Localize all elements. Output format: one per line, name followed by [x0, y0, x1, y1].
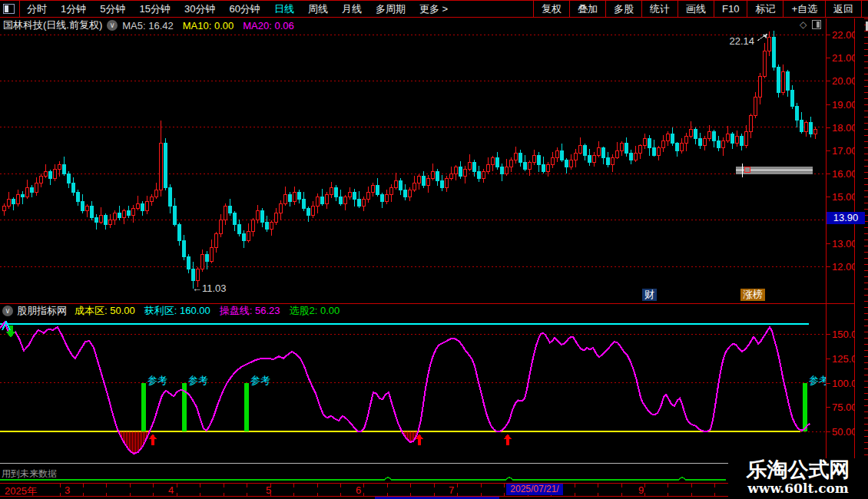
- watermark-site-name: 乐淘公式网: [728, 458, 868, 481]
- axis-tick: [827, 407, 830, 408]
- axis-tick: [827, 334, 830, 335]
- period-tab-5[interactable]: 30分钟: [177, 1, 222, 17]
- period-tab-4[interactable]: 15分钟: [132, 1, 177, 17]
- date-axis-label: 5: [266, 484, 271, 496]
- indicator-axis-label: 150.0: [832, 329, 857, 340]
- cost-zone-value: 成本区: 50.00: [75, 304, 135, 318]
- period-tab-11[interactable]: 更多 >: [412, 1, 455, 17]
- svg-text:←11.03: ←11.03: [192, 283, 227, 294]
- axis-tick: [827, 58, 830, 58]
- price-axis: 22.0021.0020.0019.0018.0017.0016.0015.00…: [826, 18, 855, 303]
- select2-value: 选股2: 0.00: [290, 304, 340, 318]
- top-toolbar: 分时1分钟5分钟15分钟30分钟60分钟日线周线月线多周期更多 > 复权叠加多股…: [0, 0, 868, 18]
- price-axis-label: 17.00: [832, 145, 857, 157]
- indicator-axis-label: 125.0: [832, 352, 857, 364]
- selected-date-badge: 2025/07/21/一: [506, 484, 563, 495]
- stock-info-row: 国林科技(日线.前复权) ∨ MA5: 16.42 MA10: 0.00 MA2…: [0, 19, 294, 31]
- date-axis-label: 4: [168, 484, 174, 496]
- tool-button-4[interactable]: 统计: [641, 1, 678, 17]
- opline-value: 操盘线: 56.23: [220, 304, 280, 318]
- watermark: 乐淘公式网 www.60lt.com: [728, 458, 868, 499]
- ma20-value: MA20: 0.06: [243, 20, 294, 31]
- date-axis-label: 7: [449, 484, 454, 496]
- svg-text:参考: 参考: [250, 375, 270, 386]
- price-badge: 13.90: [827, 212, 865, 224]
- axis-tick: [827, 81, 830, 81]
- price-axis-label: 15.00: [832, 191, 857, 203]
- tool-button-5[interactable]: 画线: [678, 1, 714, 17]
- candlestick-chart[interactable]: 22.14←11.03: [0, 18, 826, 303]
- period-tab-9[interactable]: 月线: [335, 1, 369, 17]
- tools-toolbar: 复权叠加多股统计画线F10标记+自选返回: [533, 1, 862, 17]
- window-split-icon[interactable]: [3, 4, 15, 14]
- tool-button-2[interactable]: 叠加: [569, 1, 605, 17]
- axis-tick: [827, 35, 830, 35]
- chevron-down-icon[interactable]: ∨: [107, 20, 118, 31]
- tool-button-6[interactable]: F10: [714, 1, 747, 17]
- period-tab-8[interactable]: 周线: [301, 1, 335, 17]
- period-toolbar: 分时1分钟5分钟15分钟30分钟60分钟日线周线月线多周期更多 >: [0, 1, 455, 17]
- stock-title[interactable]: 国林科技(日线.前复权): [3, 18, 102, 32]
- tool-button-3[interactable]: 多股: [605, 1, 641, 17]
- ruler-ticks: [864, 18, 868, 483]
- svg-text:参考: 参考: [147, 375, 167, 386]
- axis-tick: [827, 243, 830, 244]
- indicator-header: ∨ 股朋指标网 成本区: 50.00 获利区: 160.00 操盘线: 56.2…: [0, 304, 340, 317]
- axis-tick: [827, 266, 830, 267]
- period-tab-6[interactable]: 60分钟: [222, 1, 267, 17]
- trading-app-window: 分时1分钟5分钟15分钟30分钟60分钟日线周线月线多周期更多 > 复权叠加多股…: [0, 0, 868, 499]
- pane-layout-icon[interactable]: [812, 20, 821, 29]
- axis-tick: [827, 431, 830, 432]
- price-axis-label: 12.00: [832, 261, 857, 273]
- date-axis-label: 2025年: [5, 484, 37, 498]
- axis-tick: [827, 359, 830, 359]
- profit-zone-value: 获利区: 160.00: [144, 304, 210, 318]
- period-tab-2[interactable]: 1分钟: [54, 1, 93, 17]
- finance-badge[interactable]: 财: [642, 289, 657, 301]
- right-ruler-strip[interactable]: [855, 18, 868, 483]
- chevron-down-icon[interactable]: ∨: [2, 306, 13, 316]
- tool-button-7[interactable]: 标记: [747, 1, 783, 17]
- future-data-note: 用到未来数据: [2, 468, 57, 481]
- date-axis-label: 9: [638, 484, 644, 496]
- axis-tick: [827, 104, 830, 105]
- ma10-value: MA10: 0.00: [183, 20, 234, 31]
- price-axis-label: 20.00: [832, 75, 857, 87]
- price-axis-label: 16.00: [832, 168, 857, 180]
- axis-tick: [827, 127, 830, 128]
- period-tab-10[interactable]: 多周期: [369, 1, 412, 17]
- tool-button-8[interactable]: +自选: [783, 1, 825, 17]
- indicator-name[interactable]: 股朋指标网: [17, 304, 67, 318]
- price-axis-label: 19.00: [832, 98, 857, 110]
- ma5-value: MA5: 16.42: [122, 20, 174, 31]
- tool-button-1[interactable]: 复权: [533, 1, 569, 17]
- price-axis-label: 21.00: [832, 52, 857, 64]
- diamond-icon[interactable]: ◇: [800, 20, 807, 29]
- price-axis-label: 18.00: [832, 121, 857, 133]
- watermark-url: www.60lt.com: [728, 481, 868, 496]
- axis-tick: [827, 150, 830, 151]
- select2-chart[interactable]: [0, 464, 826, 483]
- svg-text:参考: 参考: [809, 375, 826, 386]
- date-axis-label: 6: [356, 484, 361, 496]
- axis-tick: [827, 173, 830, 174]
- tool-button-9[interactable]: 返回: [825, 1, 862, 17]
- axis-tick: [827, 197, 830, 197]
- price-axis-label: 22.00: [832, 29, 857, 41]
- indicator-axis-label: 100.0: [832, 377, 857, 388]
- price-axis-label: 13.00: [832, 237, 857, 249]
- period-tab-7[interactable]: 日线: [267, 1, 301, 17]
- indicator-axis-label: 75.00: [832, 402, 857, 413]
- period-tab-1[interactable]: 分时: [20, 1, 54, 17]
- svg-text:参考: 参考: [188, 375, 208, 386]
- axis-tick: [827, 383, 830, 384]
- indicator-axis-label: 50.00: [832, 426, 857, 438]
- svg-text:22.14: 22.14: [729, 35, 754, 47]
- date-axis-label: 3: [65, 484, 70, 496]
- gainers-badge[interactable]: 涨榜: [740, 289, 765, 301]
- period-tab-3[interactable]: 5分钟: [93, 1, 132, 17]
- indicator-chart[interactable]: 参考参考参考参考: [0, 318, 826, 464]
- indicator-axis: 150.0125.0100.075.0050.00: [826, 303, 855, 483]
